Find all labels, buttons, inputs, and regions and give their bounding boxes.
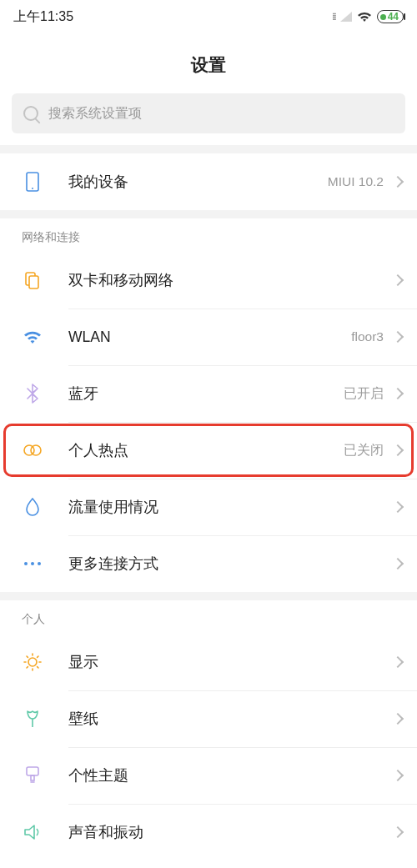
battery-percent: 44 bbox=[388, 11, 399, 23]
svg-rect-3 bbox=[29, 276, 38, 288]
row-label: 流量使用情况 bbox=[68, 497, 389, 517]
search-input[interactable]: 搜索系统设置项 bbox=[12, 93, 405, 133]
tulip-icon bbox=[22, 709, 43, 729]
row-wlan[interactable]: WLAN floor3 bbox=[0, 309, 417, 365]
status-time: 上午11:35 bbox=[13, 8, 73, 26]
chevron-right-icon bbox=[392, 770, 404, 781]
wifi-icon bbox=[357, 11, 372, 23]
svg-point-6 bbox=[24, 562, 28, 565]
row-my-device[interactable]: 我的设备 MIUI 10.2 bbox=[0, 153, 417, 210]
chevron-right-icon bbox=[392, 388, 404, 399]
chevron-right-icon bbox=[392, 274, 404, 286]
chevron-right-icon bbox=[392, 713, 404, 725]
speaker-icon bbox=[22, 823, 43, 841]
row-value: floor3 bbox=[351, 329, 384, 344]
chevron-right-icon bbox=[392, 444, 404, 456]
droplet-icon bbox=[22, 498, 43, 516]
battery-indicator: 44 bbox=[377, 10, 404, 23]
status-icons: ⁞⁞ 44 bbox=[332, 10, 404, 23]
svg-point-5 bbox=[31, 445, 41, 455]
wifi-icon bbox=[22, 329, 43, 344]
svg-point-8 bbox=[38, 562, 41, 565]
row-data-usage[interactable]: 流量使用情况 bbox=[0, 479, 417, 535]
svg-rect-19 bbox=[27, 767, 38, 775]
row-value: MIUI 10.2 bbox=[328, 174, 384, 189]
row-label: WLAN bbox=[68, 329, 351, 346]
svg-rect-20 bbox=[31, 775, 34, 780]
row-label: 壁纸 bbox=[68, 709, 389, 729]
brush-icon bbox=[22, 765, 43, 785]
row-label: 更多连接方式 bbox=[68, 554, 389, 574]
row-label: 个人热点 bbox=[68, 440, 344, 460]
svg-line-14 bbox=[27, 656, 28, 657]
chevron-right-icon bbox=[392, 331, 404, 343]
row-display[interactable]: 显示 bbox=[0, 634, 417, 690]
chevron-right-icon bbox=[392, 558, 404, 569]
row-sound[interactable]: 声音和振动 bbox=[0, 804, 417, 860]
svg-point-9 bbox=[28, 658, 37, 666]
chevron-right-icon bbox=[392, 826, 404, 838]
row-value: 已开启 bbox=[344, 385, 384, 403]
row-value: 已关闭 bbox=[344, 442, 384, 459]
row-bluetooth[interactable]: 蓝牙 已开启 bbox=[0, 365, 417, 422]
section-header-network: 网络和连接 bbox=[0, 218, 417, 252]
section-header-personal: 个人 bbox=[0, 600, 417, 634]
chevron-right-icon bbox=[392, 176, 404, 188]
chevron-right-icon bbox=[392, 501, 404, 513]
sim-icon bbox=[22, 271, 43, 289]
dual-sim-icon: ⁞⁞ bbox=[332, 11, 335, 23]
more-icon bbox=[22, 560, 43, 567]
row-hotspot[interactable]: 个人热点 已关闭 bbox=[0, 422, 417, 479]
sun-icon bbox=[22, 652, 43, 672]
page-title: 设置 bbox=[0, 33, 417, 93]
signal-icon bbox=[340, 12, 352, 22]
row-label: 双卡和移动网络 bbox=[68, 270, 384, 290]
bluetooth-icon bbox=[22, 384, 43, 404]
chevron-right-icon bbox=[392, 656, 404, 668]
row-dual-sim[interactable]: 双卡和移动网络 bbox=[0, 252, 417, 309]
search-placeholder: 搜索系统设置项 bbox=[48, 105, 142, 123]
svg-line-17 bbox=[38, 656, 38, 657]
row-wallpaper[interactable]: 壁纸 bbox=[0, 690, 417, 747]
phone-icon bbox=[22, 172, 43, 192]
svg-point-1 bbox=[32, 188, 33, 189]
hotspot-icon bbox=[22, 444, 43, 457]
row-label: 声音和振动 bbox=[68, 822, 389, 842]
row-label: 蓝牙 bbox=[68, 384, 344, 404]
row-more-connections[interactable]: 更多连接方式 bbox=[0, 535, 417, 592]
row-label: 我的设备 bbox=[68, 172, 328, 192]
svg-point-7 bbox=[31, 562, 34, 565]
search-icon bbox=[23, 106, 38, 121]
row-label: 个性主题 bbox=[68, 765, 389, 785]
status-bar: 上午11:35 ⁞⁞ 44 bbox=[0, 0, 417, 33]
row-label: 显示 bbox=[68, 652, 389, 672]
row-themes[interactable]: 个性主题 bbox=[0, 747, 417, 804]
svg-line-16 bbox=[27, 667, 28, 668]
svg-line-15 bbox=[38, 667, 38, 668]
